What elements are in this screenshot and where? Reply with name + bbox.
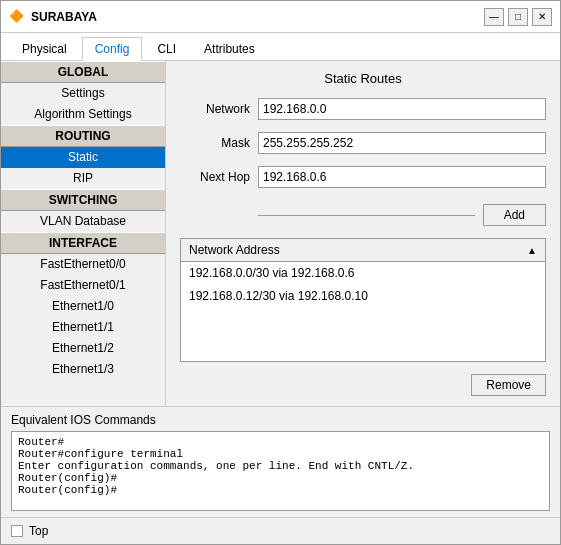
title-bar-left: 🔶 SURABAYA <box>9 9 97 25</box>
app-title: SURABAYA <box>31 10 97 24</box>
mask-input[interactable] <box>258 132 546 154</box>
nexthop-input[interactable] <box>258 166 546 188</box>
sidebar-item-ethernet11[interactable]: Ethernet1/1 <box>1 317 165 338</box>
sidebar-header-global: GLOBAL <box>1 61 165 83</box>
divider-line <box>258 215 475 216</box>
tab-cli[interactable]: CLI <box>144 37 189 60</box>
top-label: Top <box>29 524 48 538</box>
sidebar-header-routing: ROUTING <box>1 125 165 147</box>
nexthop-row: Next Hop <box>180 166 546 188</box>
ios-commands-label: Equivalent IOS Commands <box>11 413 550 427</box>
network-table-header: Network Address ▲ <box>181 239 545 262</box>
section-title: Static Routes <box>180 71 546 86</box>
ios-console[interactable]: Router#Router#configure terminalEnter co… <box>11 431 550 511</box>
close-button[interactable]: ✕ <box>532 8 552 26</box>
network-input[interactable] <box>258 98 546 120</box>
maximize-button[interactable]: □ <box>508 8 528 26</box>
network-row: Network <box>180 98 546 120</box>
tab-physical[interactable]: Physical <box>9 37 80 60</box>
network-table-row[interactable]: 192.168.0.12/30 via 192.168.0.10 <box>181 285 545 308</box>
ios-scroll-wrapper: Router#Router#configure terminalEnter co… <box>11 431 550 511</box>
content-area: Static Routes Network Mask Next Hop Add … <box>166 61 560 406</box>
network-table: Network Address ▲ 192.168.0.0/30 via 192… <box>180 238 546 362</box>
main-window: 🔶 SURABAYA — □ ✕ Physical Config CLI Att… <box>0 0 561 545</box>
add-button[interactable]: Add <box>483 204 546 226</box>
divider-row: Add <box>180 204 546 226</box>
footer-area: Top <box>1 517 560 544</box>
table-collapse-icon[interactable]: ▲ <box>527 245 537 256</box>
nexthop-label: Next Hop <box>180 170 250 184</box>
window-controls: — □ ✕ <box>484 8 552 26</box>
sidebar-item-static[interactable]: Static <box>1 147 165 168</box>
network-table-body: 192.168.0.0/30 via 192.168.0.6 192.168.0… <box>181 262 545 308</box>
network-label: Network <box>180 102 250 116</box>
mask-row: Mask <box>180 132 546 154</box>
sidebar-header-interface: INTERFACE <box>1 232 165 254</box>
mask-label: Mask <box>180 136 250 150</box>
sidebar-item-ethernet13[interactable]: Ethernet1/3 <box>1 359 165 380</box>
ios-commands-area: Equivalent IOS Commands Router#Router#co… <box>1 406 560 517</box>
sidebar-header-switching: SWITCHING <box>1 189 165 211</box>
sidebar-item-algorithm-settings[interactable]: Algorithm Settings <box>1 104 165 125</box>
sidebar-item-fastethernet00[interactable]: FastEthernet0/0 <box>1 254 165 275</box>
remove-btn-row: Remove <box>180 374 546 396</box>
sidebar-item-ethernet10[interactable]: Ethernet1/0 <box>1 296 165 317</box>
minimize-button[interactable]: — <box>484 8 504 26</box>
sidebar-item-vlan-database[interactable]: VLAN Database <box>1 211 165 232</box>
sidebar-item-fastethernet01[interactable]: FastEthernet0/1 <box>1 275 165 296</box>
sidebar-item-settings[interactable]: Settings <box>1 83 165 104</box>
tab-config[interactable]: Config <box>82 37 143 61</box>
sidebar-item-ethernet12[interactable]: Ethernet1/2 <box>1 338 165 359</box>
sidebar: GLOBAL Settings Algorithm Settings ROUTI… <box>1 61 166 406</box>
sidebar-item-rip[interactable]: RIP <box>1 168 165 189</box>
tab-attributes[interactable]: Attributes <box>191 37 268 60</box>
title-bar: 🔶 SURABAYA — □ ✕ <box>1 1 560 33</box>
remove-button[interactable]: Remove <box>471 374 546 396</box>
tabs-bar: Physical Config CLI Attributes <box>1 33 560 61</box>
network-address-label: Network Address <box>189 243 280 257</box>
network-table-row[interactable]: 192.168.0.0/30 via 192.168.0.6 <box>181 262 545 285</box>
app-logo: 🔶 <box>9 9 25 25</box>
main-area: GLOBAL Settings Algorithm Settings ROUTI… <box>1 61 560 406</box>
top-checkbox[interactable] <box>11 525 23 537</box>
